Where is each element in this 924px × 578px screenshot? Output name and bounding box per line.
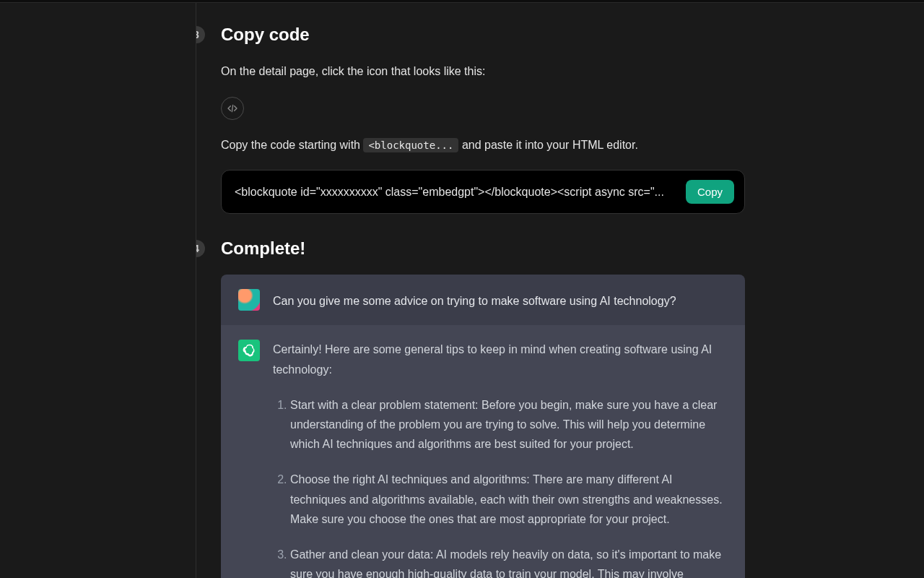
main-content: 3 Copy code On the detail page, click th…	[196, 3, 924, 578]
copy-line-post: and paste it into your HTML editor.	[458, 139, 637, 151]
chat-embed: Can you give me some advice on trying to…	[221, 275, 745, 578]
layout: 3 Copy code On the detail page, click th…	[0, 3, 924, 578]
step-title: Complete!	[221, 238, 895, 259]
copy-button[interactable]: Copy	[686, 180, 734, 204]
assistant-text: Certainly! Here are some general tips to…	[273, 340, 728, 578]
step-3: 3 Copy code On the detail page, click th…	[196, 25, 895, 214]
list-item: Start with a clear problem statement: Be…	[290, 395, 728, 454]
step-title: Copy code	[221, 25, 895, 45]
list-item: Gather and clean your data: AI models re…	[290, 545, 728, 578]
code-snippet: <blockquote id="xxxxxxxxxx" class="embed…	[235, 186, 676, 199]
user-text: Can you give me some advice on trying to…	[273, 289, 728, 311]
inline-code: <blockquote...	[363, 138, 458, 152]
step-intro: On the detail page, click the icon that …	[221, 62, 895, 81]
assistant-avatar	[238, 340, 260, 361]
copy-line-pre: Copy the code starting with	[221, 139, 363, 151]
step-number-badge: 4	[196, 240, 205, 257]
step-4: 4 Complete! Can you give me some advice …	[196, 238, 895, 578]
assistant-intro: Certainly! Here are some general tips to…	[273, 343, 712, 375]
list-item: Choose the right AI techniques and algor…	[290, 470, 728, 529]
sidebar	[0, 3, 196, 578]
user-avatar	[238, 289, 260, 311]
chat-assistant-message: Certainly! Here are some general tips to…	[221, 325, 745, 578]
code-block: <blockquote id="xxxxxxxxxx" class="embed…	[221, 170, 745, 214]
chat-user-message: Can you give me some advice on trying to…	[221, 275, 745, 325]
copy-instruction: Copy the code starting with <blockquote.…	[221, 136, 895, 155]
code-icon	[221, 97, 244, 120]
tips-list: Start with a clear problem statement: Be…	[273, 395, 728, 578]
svg-line-0	[232, 105, 232, 111]
step-number-badge: 3	[196, 26, 205, 43]
